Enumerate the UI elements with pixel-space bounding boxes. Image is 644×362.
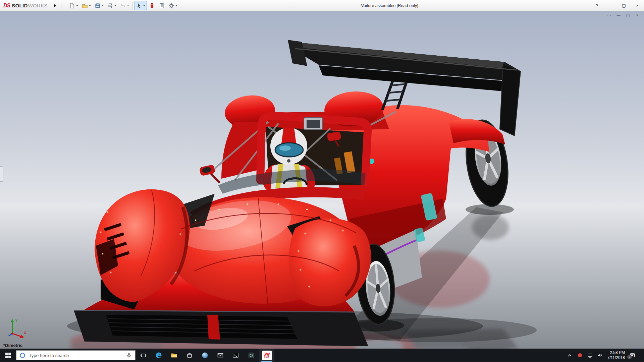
open-button[interactable] [80,1,93,10]
dropdown-caret-icon [89,5,91,6]
solidworks-taskbar-button[interactable]: SW 2017 [259,349,274,362]
task-view-button[interactable] [136,349,151,362]
dropdown-caret-icon [114,5,116,6]
print-button[interactable] [106,1,118,10]
taskbar: SW 2017 2:58 PM 7/11/2018 2 [0,349,644,362]
action-center-button[interactable]: 2 [630,353,635,358]
file-explorer-button[interactable] [166,349,182,362]
network-icon[interactable] [587,353,593,358]
maximize-button[interactable]: ▢ [617,0,631,11]
file-properties-button[interactable] [157,1,166,10]
sphere-app-icon [202,352,208,359]
doc-close-button[interactable]: × [634,12,641,18]
brand-name-light: WORKS [28,3,48,8]
doc-minimize-button[interactable]: — [615,12,622,18]
gear-icon [168,3,174,9]
front-splitter [74,310,368,346]
volume-icon[interactable] [597,353,603,358]
tray-app-icon[interactable] [577,353,583,358]
mail-button[interactable] [213,349,228,362]
solidworks-logo[interactable]: DS SOLID WORKS [0,3,60,9]
cad-viewer-button[interactable] [244,349,259,362]
minimize-button[interactable]: — [604,0,617,11]
search-input[interactable] [28,353,123,358]
radiator-grille [106,315,297,339]
dropdown-caret-icon [102,5,104,6]
cube-app-icon [248,352,255,359]
document-window-controls: ▭ — ▢ × [606,12,641,18]
windows-logo-icon [5,353,11,358]
clock-date: 7/11/2018 [607,355,625,360]
orientation-triad[interactable]: Y X [5,318,28,340]
new-document-icon [69,3,75,9]
cortana-icon [19,352,25,358]
browser-sphere-button[interactable] [197,349,213,362]
dropdown-caret-icon [143,5,145,6]
title-bar: DS SOLID WORKS [0,0,644,11]
view-orientation-label: *Dimetric [3,343,22,348]
select-cursor-icon [136,3,142,9]
edge-browser-button[interactable] [151,349,166,362]
save-button[interactable] [93,1,105,10]
dropdown-caret-icon [76,5,78,6]
save-icon [95,3,101,9]
store-button[interactable] [182,349,197,362]
taskbar-search[interactable] [16,350,136,360]
print-icon [107,3,113,9]
taskbar-clock[interactable]: 2:58 PM 7/11/2018 [607,350,625,360]
dropdown-caret-icon [175,5,177,6]
close-button[interactable]: × [631,0,644,11]
system-tray: 2:58 PM 7/11/2018 2 [564,349,644,362]
mail-icon [217,352,224,359]
new-document-button[interactable] [67,1,80,10]
ds-logo-icon: DS [3,3,10,9]
window-title: Voiture assomblee [Read-only] [361,0,418,11]
dropdown-caret-icon [127,5,129,6]
clock-time: 2:58 PM [607,350,625,355]
undo-button[interactable] [118,1,131,10]
terminal-icon [232,352,239,359]
help-button[interactable]: ? [590,0,604,11]
microphone-icon[interactable] [126,352,132,358]
options-button[interactable] [167,1,179,10]
terminal-button[interactable] [228,349,244,362]
edge-icon [155,352,162,359]
start-button[interactable] [0,349,16,362]
doc-maximize-button[interactable]: ▢ [625,12,631,18]
folder-icon [171,352,177,359]
rebuild-icon [149,3,155,9]
show-hidden-icons-chevron[interactable] [567,353,573,358]
undo-icon [120,3,126,9]
toolbar-separator [61,2,61,9]
open-folder-icon [82,3,88,9]
menu-flyout-arrow-icon[interactable] [54,4,56,7]
triad-y-label: Y [15,319,18,323]
store-bag-icon [186,352,193,359]
window-controls: ? — ▢ × [590,0,644,11]
doc-restore-button[interactable]: ▭ [606,12,612,18]
notification-badge: 2 [627,355,632,359]
graphics-area: ▭ — ▢ × Y X *Dimetric [0,11,644,349]
task-view-icon [141,353,146,358]
quick-access-toolbar [67,1,179,10]
triad-x-label: X [24,331,26,335]
solidworks-window: DS SOLID WORKS [0,0,644,362]
solidworks-app-icon: SW 2017 [262,351,272,360]
3d-viewport[interactable] [0,11,644,349]
panel-collapse-tab[interactable] [0,166,3,182]
brand-name-bold: SOLID [12,3,28,8]
select-tool-button[interactable] [135,1,147,10]
toolbar-separator [132,2,133,9]
file-properties-icon [159,3,165,9]
rebuild-button[interactable] [147,1,157,10]
